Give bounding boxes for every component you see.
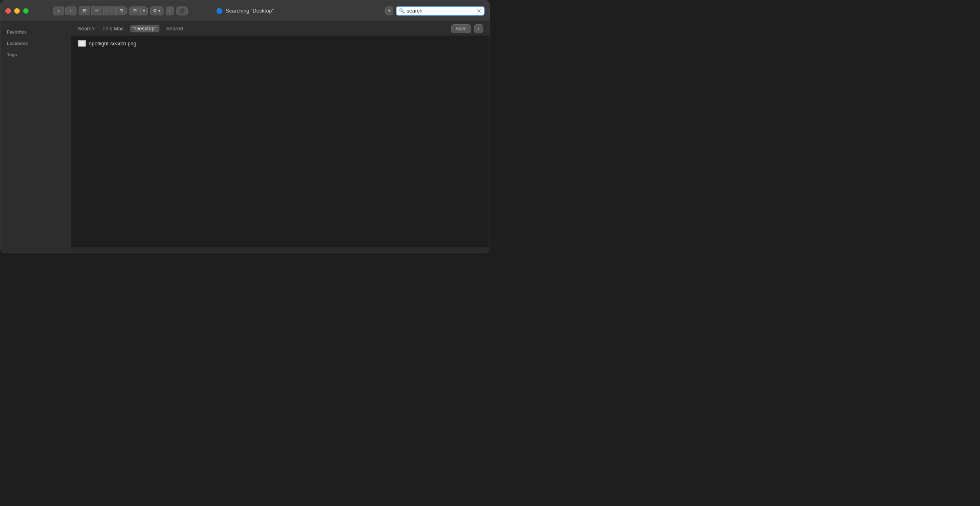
grid-view-dropdown[interactable]: ▾ bbox=[140, 6, 148, 15]
grid-view-button[interactable]: ⊞ bbox=[129, 6, 140, 15]
list-item[interactable]: spotlight-search.png bbox=[71, 38, 490, 49]
file-list: spotlight-search.png bbox=[71, 36, 490, 247]
search-icon: 🔍 bbox=[399, 8, 405, 14]
search-tab-shared[interactable]: Shared bbox=[163, 25, 186, 32]
locations-header: Locations bbox=[0, 36, 71, 47]
list-view-button[interactable]: ☰ bbox=[91, 6, 102, 15]
nav-buttons: ‹ › bbox=[53, 6, 76, 15]
file-name: spotlight-search.png bbox=[89, 40, 136, 47]
favorites-header: Favorites bbox=[0, 25, 71, 36]
search-tab-desktop[interactable]: "Desktop" bbox=[130, 25, 160, 32]
settings-dropdown-icon: ▾ bbox=[158, 8, 161, 13]
settings-button[interactable]: ⚙ ▾ bbox=[150, 6, 163, 15]
forward-button[interactable]: › bbox=[65, 6, 76, 15]
view-buttons: ⊞ ☰ ⋮⋮ ⊟ bbox=[79, 6, 127, 15]
file-thumbnail bbox=[78, 40, 86, 47]
save-button[interactable]: Save bbox=[451, 24, 471, 33]
search-area: ▾ 🔍 ✕ bbox=[385, 6, 485, 16]
clear-search-button[interactable]: ✕ bbox=[477, 8, 482, 14]
horizontal-scrollbar[interactable] bbox=[71, 247, 490, 253]
traffic-lights bbox=[5, 8, 29, 14]
maximize-button[interactable] bbox=[23, 8, 29, 14]
main-area: Favorites Locations Tags Search: This Ma… bbox=[0, 21, 490, 253]
search-label: Search: bbox=[78, 26, 96, 32]
content-area: Search: This Mac "Desktop" Shared Save +… bbox=[71, 21, 490, 253]
search-box: 🔍 ✕ bbox=[396, 6, 485, 16]
share-icon: ↑ bbox=[169, 9, 171, 13]
gear-icon: ⚙ bbox=[153, 8, 157, 13]
search-input[interactable] bbox=[407, 8, 475, 14]
toolbar: ‹ › ⊞ ☰ ⋮⋮ ⊟ ⊞ ▾ ⚙ ▾ ↑ ⬛ bbox=[53, 6, 188, 15]
back-button[interactable]: ‹ bbox=[53, 6, 64, 15]
gallery-view-button[interactable]: ⊟ bbox=[115, 6, 127, 15]
window-title-area: 🔵 Searching "Desktop" bbox=[216, 8, 274, 14]
close-button[interactable] bbox=[5, 8, 11, 14]
tags-header: Tags bbox=[0, 47, 71, 59]
share-button[interactable]: ↑ bbox=[166, 6, 174, 15]
add-filter-button[interactable]: + bbox=[474, 24, 483, 33]
title-bar: ‹ › ⊞ ☰ ⋮⋮ ⊟ ⊞ ▾ ⚙ ▾ ↑ ⬛ 🔵 Searching "De… bbox=[0, 0, 490, 21]
tag-button[interactable]: ⬛ bbox=[176, 6, 188, 15]
group-view-buttons: ⊞ ▾ bbox=[129, 6, 148, 15]
file-thumbnail-inner bbox=[78, 40, 85, 46]
icon-view-button[interactable]: ⊞ bbox=[79, 6, 90, 15]
minimize-button[interactable] bbox=[14, 8, 20, 14]
sort-dropdown[interactable]: ▾ bbox=[385, 6, 393, 15]
tag-icon: ⬛ bbox=[179, 8, 185, 13]
column-view-button[interactable]: ⋮⋮ bbox=[103, 6, 115, 15]
window-title: Searching "Desktop" bbox=[225, 8, 274, 14]
sort-dropdown-arrow: ▾ bbox=[388, 8, 390, 13]
finder-icon: 🔵 bbox=[216, 8, 223, 14]
sidebar: Favorites Locations Tags bbox=[0, 21, 71, 253]
search-filter-bar: Search: This Mac "Desktop" Shared Save + bbox=[71, 21, 490, 36]
search-tab-this-mac[interactable]: This Mac bbox=[99, 25, 127, 32]
